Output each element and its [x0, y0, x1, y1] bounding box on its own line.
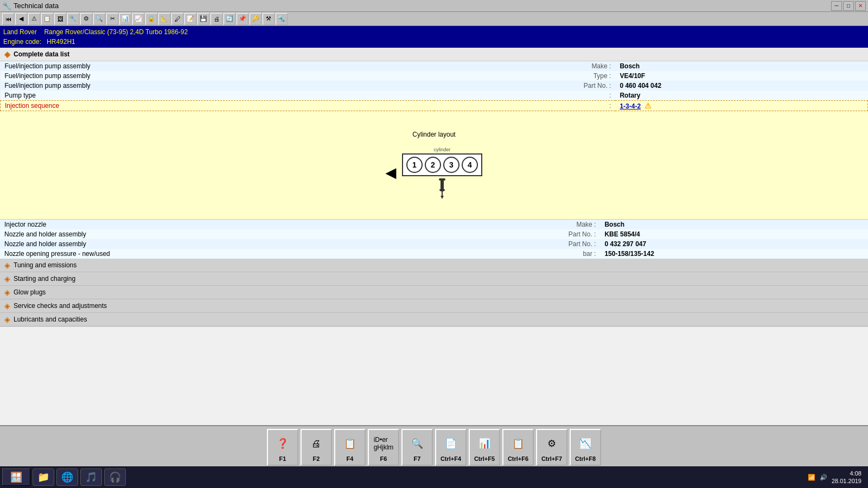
row-prop: : — [434, 91, 615, 100]
lubricants-label: Lubricants and capacities — [14, 316, 87, 323]
tool4-button[interactable]: 🔩 — [276, 13, 288, 25]
injection-sequence-prop: : — [434, 100, 615, 111]
ctrlf8-icon: 📉 — [575, 433, 596, 454]
ctrlf8-label: Ctrl+F8 — [575, 455, 596, 462]
ctrlf7-label: Ctrl+F7 — [541, 455, 562, 462]
taskbar-app-chrome[interactable]: 🌐 — [56, 468, 78, 486]
taskbar-app-file-explorer[interactable]: 📁 — [33, 468, 54, 486]
table-row: Fuel/injection pump assembly Part No. : … — [1, 81, 868, 91]
starting-charging-section[interactable]: ◈ Starting and charging — [0, 272, 868, 286]
doc-button[interactable]: 📋 — [41, 13, 53, 25]
main-toolbar: ⏮ ◀ ⚠ 📋 🖼 🔧 ⚙ 🔍 ✂ 📊 📈 🔒 📐 🖊 📝 💾 🖨 🔄 📌 🔑 … — [0, 12, 868, 26]
f2-button[interactable]: 🖨 F2 — [301, 429, 332, 466]
ctrlf8-button[interactable]: 📉 Ctrl+F8 — [570, 429, 601, 466]
row-value: 0 432 297 047 — [600, 239, 868, 249]
tool3-button[interactable]: ⚒ — [263, 13, 275, 25]
injector-symbol — [439, 178, 445, 199]
taskbar-app-other[interactable]: 🎧 — [104, 468, 126, 486]
ctrlf5-label: Ctrl+F5 — [474, 455, 495, 462]
reload-button[interactable]: 🔄 — [224, 13, 235, 25]
f4-button[interactable]: 📋 F4 — [334, 429, 366, 466]
cyl-1: 1 — [406, 157, 423, 173]
restore-button[interactable]: □ — [843, 1, 854, 11]
warning-icon: ⚠ — [644, 101, 652, 110]
row-prop: Type : — [434, 71, 615, 81]
f4-icon: 📋 — [339, 433, 361, 454]
cyl-3: 3 — [443, 157, 459, 173]
injection-sequence-value[interactable]: 1-3-4-2 ⚠ — [615, 100, 867, 111]
close-button[interactable]: ✕ — [855, 1, 866, 11]
pin-button[interactable]: 📌 — [237, 13, 248, 25]
row-value: Bosch — [600, 220, 868, 229]
cylinder-label-top: cylinder — [433, 147, 450, 152]
cylinder-layout-area: Cylinder layout ◀ cylinder 1 2 3 4 — [0, 111, 868, 220]
f7-icon: 🔍 — [406, 433, 428, 454]
table-row: Pump type : Rotary — [1, 91, 868, 100]
warning-button[interactable]: ⚠ — [28, 13, 40, 25]
taskbar-app-media[interactable]: 🎵 — [80, 468, 102, 486]
minimize-button[interactable]: ─ — [831, 1, 842, 11]
ctrlf7-button[interactable]: ⚙ Ctrl+F7 — [536, 429, 567, 466]
service-label: Service checks and adjustments — [14, 302, 107, 310]
ctrlf4-icon: 📄 — [440, 433, 462, 454]
cylinder-layout-title: Cylinder layout — [412, 131, 455, 138]
data-scroll-area[interactable]: Fuel/injection pump assembly Make : Bosc… — [0, 61, 868, 327]
title-bar: 🔧 Technical data ─ □ ✕ — [0, 0, 868, 12]
gear2-button[interactable]: ⚙ — [80, 13, 92, 25]
chart1-button[interactable]: 📊 — [119, 13, 131, 25]
row-label: Fuel/injection pump assembly — [1, 61, 435, 71]
row-value: Bosch — [615, 61, 867, 71]
injection-sequence-row: Injection sequence : 1-3-4-2 ⚠ — [1, 100, 868, 111]
ctrlf4-button[interactable]: 📄 Ctrl+F4 — [435, 429, 467, 466]
ctrlf6-button[interactable]: 📋 Ctrl+F6 — [502, 429, 534, 466]
row-prop: Part No. : — [434, 239, 600, 249]
ruler-button[interactable]: 📐 — [158, 13, 170, 25]
chart2-button[interactable]: 📈 — [132, 13, 144, 25]
f6-icon: iD•ergHjklm — [373, 433, 394, 454]
lock-button[interactable]: 🔒 — [145, 13, 157, 25]
row-value: KBE 5854/4 — [600, 229, 868, 239]
save-button[interactable]: 💾 — [197, 13, 209, 25]
f1-button[interactable]: ❓ F1 — [267, 429, 298, 466]
scissors-button[interactable]: ✂ — [106, 13, 118, 25]
row-value: 0 460 404 042 — [615, 81, 867, 91]
tool2-button[interactable]: 🔑 — [250, 13, 261, 25]
service-icon: ◈ — [4, 301, 10, 310]
table-row: Nozzle and holder assembly Part No. : KB… — [0, 229, 868, 239]
sound-icon: 🔊 — [820, 474, 827, 481]
table-row: Injector nozzle Make : Bosch — [0, 220, 868, 229]
app-icon: 🔧 — [2, 2, 11, 10]
tightening-section[interactable]: ◈ Tightening torques — [0, 326, 868, 328]
glow-plugs-section[interactable]: ◈ Glow plugs — [0, 286, 868, 299]
media-icon: 🎵 — [85, 471, 97, 483]
cylinder-arrow: ◀ — [386, 165, 395, 181]
model-label: Range Rover/Classic (73-95) 2,4D Turbo 1… — [44, 28, 188, 36]
vehicle-info-bar: Land Rover Range Rover/Classic (73-95) 2… — [0, 26, 868, 48]
lubricants-icon: ◈ — [4, 315, 10, 324]
image-button[interactable]: 🖼 — [54, 13, 66, 25]
ctrlf6-label: Ctrl+F6 — [508, 455, 528, 462]
injection-link[interactable]: 1-3-4-2 — [620, 102, 641, 110]
tuning-emissions-section[interactable]: ◈ Tuning and emissions — [0, 259, 868, 272]
print-button[interactable]: 🖨 — [210, 13, 222, 25]
notepad-button[interactable]: 📝 — [184, 13, 196, 25]
clock-time: 4:08 — [832, 470, 861, 477]
complete-data-section-header[interactable]: ◈ Complete data list — [0, 48, 868, 61]
table-row: Nozzle opening pressure - new/used bar :… — [0, 249, 868, 259]
starting-icon: ◈ — [4, 274, 10, 283]
search-button[interactable]: 🔍 — [93, 13, 105, 25]
ctrlf5-button[interactable]: 📊 Ctrl+F5 — [469, 429, 500, 466]
tuning-label: Tuning and emissions — [14, 261, 76, 269]
start-button[interactable]: 🪟 — [2, 468, 30, 486]
service-checks-section[interactable]: ◈ Service checks and adjustments — [0, 299, 868, 313]
row-label: Pump type — [1, 91, 435, 100]
nav-back-button[interactable]: ◀ — [15, 13, 27, 25]
f7-button[interactable]: 🔍 F7 — [401, 429, 433, 466]
lubricants-section[interactable]: ◈ Lubricants and capacities — [0, 313, 868, 326]
pen-button[interactable]: 🖊 — [171, 13, 183, 25]
f6-button[interactable]: iD•ergHjklm F6 — [368, 429, 399, 466]
row-value: 150-158/135-142 — [600, 249, 868, 259]
settings-button[interactable]: 🔧 — [67, 13, 79, 25]
nav-first-button[interactable]: ⏮ — [2, 13, 14, 25]
engine-code-label: Engine code: — [3, 38, 41, 46]
